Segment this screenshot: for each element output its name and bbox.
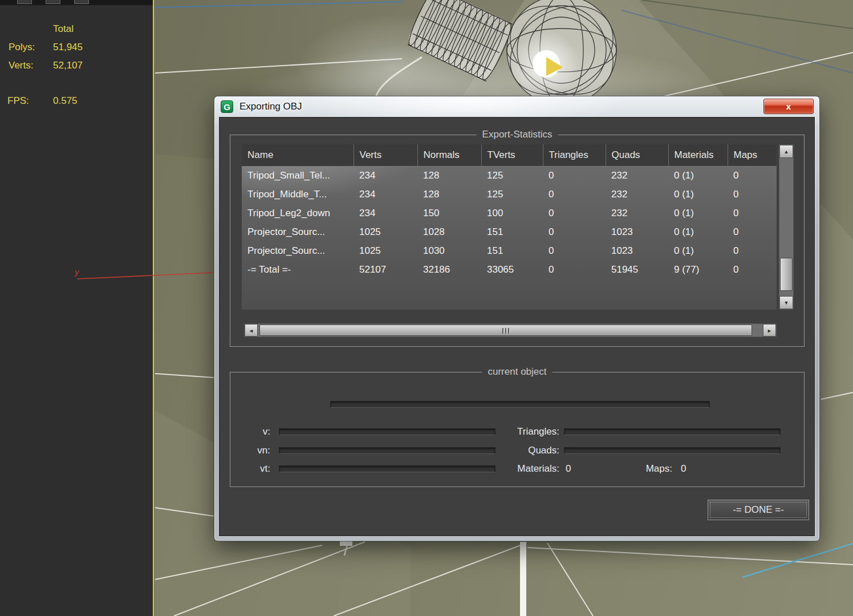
current-object-group: current object v: vn: vt: Triangles: Qua… <box>230 372 805 487</box>
scroll-up-icon[interactable]: ▲ <box>779 145 793 158</box>
table-cell: 1023 <box>606 222 668 241</box>
table-cell: 0 (1) <box>668 185 728 204</box>
fps-value: 0.575 <box>53 95 78 107</box>
quads-label: Quads: <box>504 445 559 456</box>
table-cell: 1030 <box>417 241 481 260</box>
table-cell: 51945 <box>606 260 668 279</box>
table-cell: 1025 <box>354 222 417 241</box>
table-cell: 150 <box>417 204 481 222</box>
dialog-titlebar[interactable]: G Exporting OBJ x <box>214 96 819 117</box>
stats-table-body: Tripod_Small_Tel...23412812502320 (1)0Tr… <box>242 166 777 279</box>
table-cell: Projector_Sourc... <box>242 241 354 260</box>
verts-label: Verts: <box>9 60 33 71</box>
export-stats-table: NameVertsNormalsTVertsTrianglesQuadsMate… <box>242 144 777 279</box>
vertical-scrollbar[interactable]: ▲ ▼ <box>779 144 794 310</box>
table-cell: 0 <box>728 260 777 279</box>
table-cell: 0 <box>543 185 606 204</box>
table-cell: 32186 <box>417 260 481 279</box>
polys-value: 51,945 <box>53 42 83 53</box>
toolbar-strip <box>0 0 153 5</box>
scroll-right-icon[interactable]: ► <box>763 324 776 337</box>
progress-bar-vn <box>279 447 495 454</box>
export-stats-table-wrap: NameVertsNormalsTVertsTrianglesQuadsMate… <box>242 144 777 310</box>
fps-label: FPS: <box>7 95 29 107</box>
table-cell: 33065 <box>481 260 543 279</box>
table-cell: 0 <box>728 204 777 222</box>
scroll-down-icon[interactable]: ▼ <box>779 296 793 309</box>
table-cell: 1023 <box>606 241 668 260</box>
table-row[interactable]: Tripod_Middle_T...23412812502320 (1)0 <box>242 185 777 204</box>
table-cell: 52107 <box>354 260 417 279</box>
done-button[interactable]: -= DONE =- <box>708 500 809 520</box>
table-cell: -= Total =- <box>242 260 354 279</box>
table-cell: 0 <box>543 222 606 241</box>
scroll-left-icon[interactable]: ◄ <box>245 324 258 337</box>
export-obj-dialog: G Exporting OBJ x Export-Statistics Name… <box>214 96 820 541</box>
table-cell: 125 <box>481 185 543 204</box>
column-header[interactable]: Name <box>242 144 354 166</box>
column-header[interactable]: TVerts <box>481 144 543 166</box>
progress-bar-quads <box>564 447 781 454</box>
table-row[interactable]: Projector_Sourc...10251028151010230 (1)0 <box>242 222 777 241</box>
table-cell: 234 <box>354 204 417 222</box>
table-row[interactable]: Projector_Sourc...10251030151010230 (1)0 <box>242 241 777 260</box>
table-cell: 100 <box>481 204 543 222</box>
table-row[interactable]: -= Total =-5210732186330650519459 (77)0 <box>242 260 777 279</box>
export-statistics-group: Export-Statistics NameVertsNormalsTVerts… <box>230 135 805 347</box>
table-cell: 0 <box>543 204 606 222</box>
table-cell: 0 <box>728 241 777 260</box>
table-row[interactable]: Tripod_Small_Tel...23412812502320 (1)0 <box>242 166 777 185</box>
toolbar-icon[interactable] <box>17 0 32 4</box>
viewport-stats-panel: Total Polys: 51,945 Verts: 52,107 FPS: 0… <box>0 0 153 616</box>
table-cell: Tripod_Middle_T... <box>242 185 354 204</box>
maps-value: 0 <box>681 463 686 475</box>
column-header[interactable]: Verts <box>354 144 417 166</box>
column-header[interactable]: Triangles <box>543 144 606 166</box>
table-row[interactable]: Tripod_Leg2_down23415010002320 (1)0 <box>242 204 777 222</box>
horizontal-scrollbar[interactable]: ◄ ► <box>244 323 777 337</box>
materials-value: 0 <box>566 463 571 475</box>
progress-bar-v <box>279 428 495 435</box>
table-cell: 0 <box>728 185 777 204</box>
table-cell: 232 <box>606 204 668 222</box>
app-icon: G <box>221 100 233 113</box>
table-cell: 128 <box>417 185 481 204</box>
close-icon[interactable]: x <box>763 99 814 114</box>
table-cell: 1025 <box>354 241 417 260</box>
table-cell: Projector_Sourc... <box>242 222 354 241</box>
table-cell: 151 <box>481 241 543 260</box>
table-cell: 234 <box>354 185 417 204</box>
table-cell: 234 <box>354 166 417 185</box>
column-header[interactable]: Materials <box>668 144 728 166</box>
table-cell: 151 <box>481 222 543 241</box>
table-cell: 0 <box>543 260 606 279</box>
export-statistics-title: Export-Statistics <box>477 129 558 140</box>
toolbar-icon[interactable] <box>74 0 89 4</box>
table-cell: 0 <box>543 166 606 185</box>
viewport-active-border <box>153 0 154 616</box>
table-cell: 0 <box>728 222 777 241</box>
column-header[interactable]: Normals <box>417 144 481 166</box>
table-cell: 128 <box>417 166 481 185</box>
materials-label: Materials: <box>504 463 559 475</box>
column-header[interactable]: Maps <box>728 144 777 166</box>
polys-label: Polys: <box>9 42 35 53</box>
table-cell: 0 <box>543 241 606 260</box>
horizontal-scroll-thumb[interactable] <box>259 325 752 336</box>
vt-label: vt: <box>242 463 270 475</box>
current-object-title: current object <box>482 366 553 378</box>
column-header[interactable]: Quads <box>606 144 668 166</box>
v-label: v: <box>242 426 270 437</box>
table-cell: Tripod_Small_Tel... <box>242 166 354 185</box>
toolbar-icon[interactable] <box>46 0 60 4</box>
table-cell: 9 (77) <box>668 260 728 279</box>
scroll-grip-icon <box>502 328 509 334</box>
vertical-scroll-thumb[interactable] <box>780 258 793 291</box>
progress-bar-triangles <box>564 428 781 435</box>
table-cell: 232 <box>606 185 668 204</box>
table-cell: 1028 <box>417 222 481 241</box>
table-cell: 0 (1) <box>668 241 728 260</box>
triangles-label: Triangles: <box>504 426 559 437</box>
table-cell: 0 (1) <box>668 222 728 241</box>
stats-table-head-row: NameVertsNormalsTVertsTrianglesQuadsMate… <box>242 144 777 166</box>
